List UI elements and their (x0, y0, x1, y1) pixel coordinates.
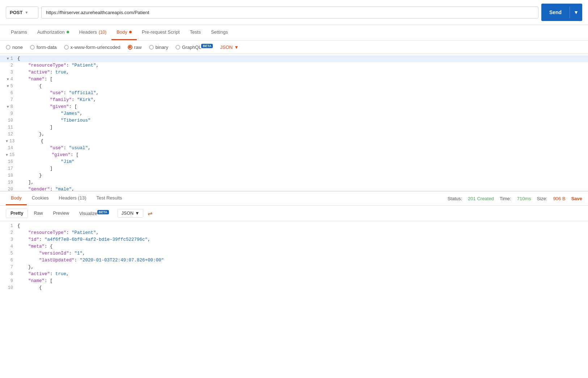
format-none[interactable]: none (6, 45, 23, 50)
code-line-6: 6 "use": "official", (0, 90, 588, 97)
headers-badge: (10) (99, 30, 106, 35)
tab-body-label: Body (117, 29, 127, 35)
resp-json-chevron: ▼ (135, 211, 139, 216)
resp-line-2: 2 "resourceType": "Patient", (0, 230, 588, 236)
size-value: 906 B (553, 196, 566, 201)
resp-line-3: 3 "id": "a4f6f7e8-6bf0-4af2-bd1e-39ffc52… (0, 236, 588, 243)
time-label: Time: (500, 196, 511, 201)
request-code-editor[interactable]: ▼1 { 2 "resourceType": "Patient", 3 "act… (0, 54, 588, 191)
resp-line-8: 8 "active": true, (0, 271, 588, 278)
response-code-editor[interactable]: 1 { 2 "resourceType": "Patient", 3 "id":… (0, 221, 588, 293)
json-type-select[interactable]: JSON ▼ (220, 45, 239, 50)
status-value: 201 Created (468, 196, 494, 201)
format-raw[interactable]: raw (128, 45, 142, 50)
code-line-13: ▼13 { (0, 138, 588, 145)
resp-json-type-label: JSON (122, 211, 134, 216)
resp-line-10: 10 { (0, 285, 588, 291)
resp-fmt-visualize[interactable]: VisualizeBETA (75, 209, 113, 218)
authorization-dot (67, 31, 69, 33)
headers-resp-badge: (13) (78, 195, 86, 201)
tab-pre-request-label: Pre-request Script (142, 29, 180, 35)
code-line-3: 3 "active": true, (0, 69, 588, 76)
code-line-7: 7 "family": "Kirk", (0, 97, 588, 104)
radio-none (6, 45, 10, 50)
code-line-10: 10 "Tiberious" (0, 117, 588, 124)
code-line-8: ▼8 "given": [ (0, 104, 588, 110)
code-line-14: 14 "use": "usual", (0, 145, 588, 152)
method-label: POST (10, 10, 22, 15)
radio-form-data (30, 45, 35, 50)
send-arrow[interactable]: ▼ (570, 7, 582, 18)
body-format-row: none form-data x-www-form-urlencoded raw… (0, 41, 588, 54)
resp-fmt-raw[interactable]: Raw (29, 209, 47, 218)
response-panel: Body Cookies Headers (13) Test Results S… (0, 192, 588, 293)
code-line-11: 11 ] (0, 124, 588, 131)
code-line-9: 9 "James", (0, 110, 588, 117)
radio-binary (149, 45, 154, 50)
resp-tab-headers[interactable]: Headers (13) (54, 192, 92, 205)
radio-urlencoded (64, 45, 69, 50)
request-tabs: Params Authorization Headers (10) Body P… (0, 25, 588, 41)
response-status-area: Status: 201 Created Time: 710ms Size: 90… (448, 196, 582, 201)
code-line-2: 2 "resourceType": "Patient", (0, 62, 588, 69)
tab-tests-label: Tests (190, 29, 201, 35)
format-graphql[interactable]: GraphQLBETA (175, 44, 213, 50)
url-input[interactable] (41, 7, 538, 18)
method-select[interactable]: POST ▼ (6, 7, 38, 18)
code-line-1: ▼1 { (0, 55, 588, 62)
request-editor: ▼1 { 2 "resourceType": "Patient", 3 "act… (0, 54, 588, 192)
method-chevron: ▼ (25, 10, 28, 14)
response-format-row: Pretty Raw Preview VisualizeBETA JSON ▼ … (0, 206, 588, 221)
resp-fmt-preview[interactable]: Preview (48, 209, 73, 218)
resp-line-9: 9 "name": [ (0, 278, 588, 285)
format-form-data[interactable]: form-data (30, 45, 57, 50)
tab-headers-label: Headers (79, 29, 97, 35)
resp-line-7: 7 }, (0, 264, 588, 271)
resp-tab-cookies[interactable]: Cookies (27, 192, 54, 205)
code-line-19: 19 ], (0, 179, 588, 186)
url-bar: POST ▼ Send ▼ (0, 0, 588, 25)
code-line-17: 17 ] (0, 165, 588, 172)
send-button[interactable]: Send ▼ (541, 4, 582, 21)
graphql-beta-badge: BETA (201, 44, 213, 48)
body-dot (129, 31, 132, 33)
code-line-5: ▼5 { (0, 83, 588, 90)
visualize-beta-badge: BETA (97, 210, 109, 214)
json-type-chevron: ▼ (234, 45, 239, 50)
send-label: Send (541, 7, 570, 18)
radio-graphql (175, 45, 180, 50)
resp-json-type-select[interactable]: JSON ▼ (118, 209, 144, 218)
tab-authorization-label: Authorization (37, 29, 65, 35)
code-line-16: 16 "Jim" (0, 159, 588, 165)
resp-tab-test-results[interactable]: Test Results (91, 192, 127, 205)
format-urlencoded[interactable]: x-www-form-urlencoded (64, 45, 120, 50)
format-binary[interactable]: binary (149, 45, 168, 50)
resp-fmt-pretty[interactable]: Pretty (6, 209, 28, 218)
tab-tests[interactable]: Tests (185, 25, 206, 40)
code-line-20: 20 "gender": "male", (0, 186, 588, 191)
wrap-icon[interactable]: ⇌ (148, 210, 152, 217)
radio-raw (128, 45, 132, 50)
code-line-18: 18 } (0, 172, 588, 179)
size-label: Size: (537, 196, 547, 201)
tab-params-label: Params (11, 29, 27, 35)
tab-params[interactable]: Params (6, 25, 32, 40)
resp-tab-body[interactable]: Body (6, 192, 27, 205)
resp-line-4: 4 "meta": { (0, 243, 588, 250)
tab-settings[interactable]: Settings (206, 25, 233, 40)
tab-headers[interactable]: Headers (10) (74, 25, 111, 40)
time-value: 710ms (517, 196, 531, 201)
tab-pre-request[interactable]: Pre-request Script (137, 25, 185, 40)
tab-body[interactable]: Body (111, 25, 137, 40)
code-line-15: ▼15 "given": [ (0, 152, 588, 159)
status-label: Status: (448, 196, 462, 201)
resp-line-6: 6 "lastUpdated": "2020-01-03T22:49:07.82… (0, 257, 588, 264)
tab-settings-label: Settings (211, 29, 228, 35)
code-line-12: 12 }, (0, 131, 588, 138)
save-button[interactable]: Save (571, 196, 582, 201)
resp-line-1: 1 { (0, 223, 588, 230)
tab-authorization[interactable]: Authorization (32, 25, 74, 40)
json-type-label: JSON (220, 45, 233, 50)
code-line-4: ▼4 "name": [ (0, 76, 588, 83)
resp-line-5: 5 "versionId": "1", (0, 250, 588, 257)
